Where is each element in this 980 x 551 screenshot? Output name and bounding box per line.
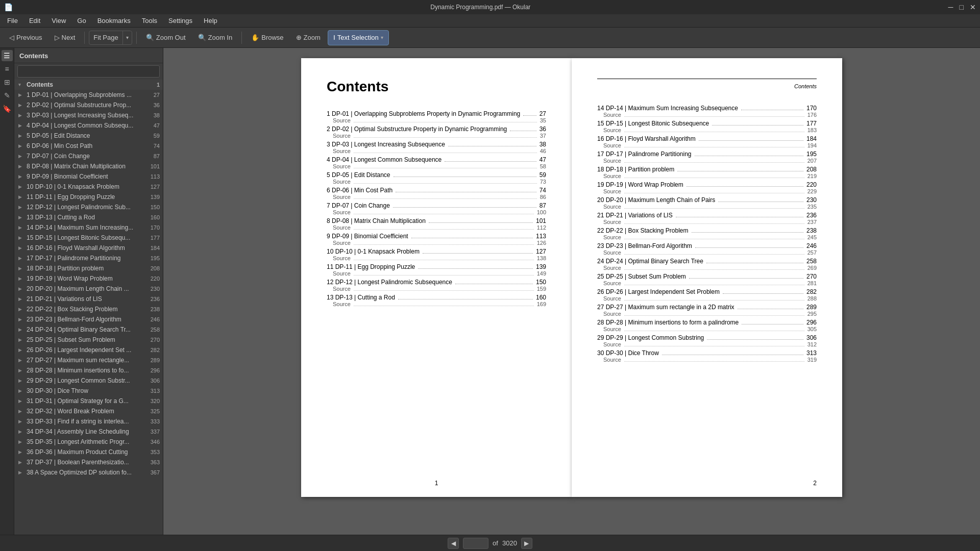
tree-item-6[interactable]: ▶ 6 DP-06 | Min Cost Path 74 [14, 141, 163, 151]
tree-item-19[interactable]: ▶ 19 DP-19 | Word Wrap Problem 220 [14, 273, 163, 284]
toc-entry: 1 DP-01 | Overlapping Subproblems Proper… [327, 110, 546, 123]
close-icon[interactable]: ✕ [970, 3, 976, 11]
tree-item-5[interactable]: ▶ 5 DP-05 | Edit Distance 59 [14, 131, 163, 141]
tree-item-16[interactable]: ▶ 16 DP-16 | Floyd Warshall Algorithm 18… [14, 243, 163, 253]
browse-button[interactable]: ✋ Browse [246, 30, 288, 45]
toc-entry: 8 DP-08 | Matrix Chain Multiplication 10… [327, 217, 546, 231]
text-selection-button[interactable]: Ⅰ Text Selection ▾ [328, 30, 389, 45]
tree-item-10[interactable]: ▶ 10 DP-10 | 0-1 Knapsack Problem 127 [14, 182, 163, 192]
tree-item-8[interactable]: ▶ 8 DP-08 | Matrix Chain Multiplication … [14, 161, 163, 171]
tree-item-37[interactable]: ▶ 37 DP-37 | Boolean Parenthesizatio... … [14, 457, 163, 467]
tree-item-30[interactable]: ▶ 30 DP-30 | Dice Throw 313 [14, 386, 163, 396]
prev-button[interactable]: ◁ Previous [4, 30, 47, 45]
zoom-in-button[interactable]: 🔍 Zoom In [193, 30, 238, 45]
tree-item-28[interactable]: ▶ 28 DP-28 | Minimum insertions to fo...… [14, 365, 163, 375]
expand-arrow-icon: ▶ [18, 429, 24, 434]
tree-item-38[interactable]: ▶ 38 A Space Optimized DP solution fo...… [14, 467, 163, 478]
expand-arrow-icon: ▶ [18, 113, 24, 118]
toc-entry: 19 DP-19 | Word Wrap Problem 220 Source … [597, 181, 817, 194]
tree-item-32[interactable]: ▶ 32 DP-32 | Word Break Problem 325 [14, 406, 163, 416]
tree-item-35[interactable]: ▶ 35 DP-35 | Longest Arithmetic Progr...… [14, 437, 163, 447]
page1-title: Contents [327, 79, 546, 95]
expand-arrow-icon: ▶ [18, 205, 24, 210]
titlebar: 📄 Dynamic Programming.pdf — Okular ─ □ ✕ [0, 0, 980, 14]
tree-item-9[interactable]: ▶ 9 DP-09 | Binomial Coefficient 113 [14, 171, 163, 182]
menu-edit[interactable]: Edit [24, 16, 45, 26]
tree-item-23[interactable]: ▶ 23 DP-23 | Bellman-Ford Algorithm 246 [14, 314, 163, 324]
expand-arrow-icon: ▶ [18, 194, 24, 199]
zoom-out-button[interactable]: 🔍 Zoom Out [141, 30, 191, 45]
tree-item-11[interactable]: ▶ 11 DP-11 | Egg Dropping Puzzle 139 [14, 192, 163, 202]
tree-item-36[interactable]: ▶ 36 DP-36 | Maximum Product Cutting 353 [14, 447, 163, 457]
sidebar-icon-list[interactable]: ≡ [2, 63, 13, 74]
toc-entry: 26 DP-26 | Largest Independent Set Probl… [597, 288, 817, 302]
sidebar-icon-thumbnail[interactable]: ⊞ [2, 77, 13, 88]
expand-arrow-icon: ▶ [18, 286, 24, 291]
tree-item-17[interactable]: ▶ 17 DP-17 | Palindrome Partitioning 195 [14, 253, 163, 263]
menu-view[interactable]: View [46, 16, 71, 26]
tree-item-26[interactable]: ▶ 26 DP-26 | Largest Independent Set ...… [14, 345, 163, 355]
menu-file[interactable]: File [2, 16, 23, 26]
tree-item-15[interactable]: ▶ 15 DP-15 | Longest Bitonic Subsequ... … [14, 233, 163, 243]
expand-arrow-icon: ▶ [18, 133, 24, 138]
next-button[interactable]: ▷ Next [50, 30, 81, 45]
tree-item-7[interactable]: ▶ 7 DP-07 | Coin Change 87 [14, 151, 163, 161]
maximize-icon[interactable]: □ [960, 3, 964, 11]
prev-page-button[interactable]: ◀ [448, 538, 459, 549]
next-page-button[interactable]: ▶ [521, 538, 532, 549]
tree-item-14[interactable]: ▶ 14 DP-14 | Maximum Sum Increasing... 1… [14, 222, 163, 233]
tree-item-contents[interactable]: ▾ Contents 1 [14, 80, 163, 90]
tree-item-21[interactable]: ▶ 21 DP-21 | Variations of LIS 236 [14, 294, 163, 304]
menu-bookmarks[interactable]: Bookmarks [92, 16, 136, 26]
zoom-button[interactable]: ⊕ Zoom [291, 30, 326, 45]
toc-entry: 4 DP-04 | Longest Common Subsequence 47 … [327, 156, 546, 169]
sidebar-icon-review[interactable]: ✎ [2, 90, 13, 101]
toc-page1: 1 DP-01 | Overlapping Subproblems Proper… [327, 110, 546, 307]
tree-item-1[interactable]: ▶ 1 DP-01 | Overlapping Subproblems ... … [14, 90, 163, 100]
tree-item-27[interactable]: ▶ 27 DP-27 | Maximum sum rectangle... 28… [14, 355, 163, 365]
expand-arrow-icon: ▶ [18, 174, 24, 179]
tree-item-29[interactable]: ▶ 29 DP-29 | Longest Common Substr... 30… [14, 375, 163, 386]
tree-item-34[interactable]: ▶ 34 DP-34 | Assembly Line Scheduling 33… [14, 427, 163, 437]
page-number-input[interactable]: 1 [463, 538, 488, 549]
toolbar-sep-2 [136, 32, 137, 44]
sidebar-icon-bookmark[interactable]: 🔖 [2, 103, 13, 114]
tree-item-13[interactable]: ▶ 13 DP-13 | Cutting a Rod 160 [14, 212, 163, 222]
menu-settings[interactable]: Settings [163, 16, 198, 26]
tree-item-3[interactable]: ▶ 3 DP-03 | Longest Increasing Subseq...… [14, 110, 163, 120]
tree-item-25[interactable]: ▶ 25 DP-25 | Subset Sum Problem 270 [14, 335, 163, 345]
pdf-viewer[interactable]: Contents 1 DP-01 | Overlapping Subproble… [163, 48, 980, 535]
tree-item-4[interactable]: ▶ 4 DP-04 | Longest Common Subsequ... 47 [14, 120, 163, 131]
page2-number: 2 [597, 480, 817, 487]
sidebar-panel: Contents ▾ Contents 1 ▶ 1 DP-01 | Overla… [14, 48, 163, 535]
text-selection-dropdown-icon[interactable]: ▾ [381, 35, 383, 40]
expand-arrow-icon: ▶ [18, 419, 24, 424]
titlebar-controls: ─ □ ✕ [948, 3, 976, 11]
expand-arrow-icon: ▶ [18, 184, 24, 189]
menu-tools[interactable]: Tools [137, 16, 162, 26]
tree-item-20[interactable]: ▶ 20 DP-20 | Maximum Length Chain ... 23… [14, 284, 163, 294]
tree-item-24[interactable]: ▶ 24 DP-24 | Optimal Binary Search Tr...… [14, 324, 163, 335]
tree-item-18[interactable]: ▶ 18 DP-18 | Partition problem 208 [14, 263, 163, 273]
expand-arrow-icon: ▶ [18, 215, 24, 220]
tree-item-31[interactable]: ▶ 31 DP-31 | Optimal Strategy for a G...… [14, 396, 163, 406]
tree-item-12[interactable]: ▶ 12 DP-12 | Longest Palindromic Sub... … [14, 202, 163, 212]
minimize-icon[interactable]: ─ [948, 3, 953, 11]
expand-arrow-icon: ▶ [18, 225, 24, 230]
sidebar-icon-contents[interactable]: ☰ [2, 50, 13, 61]
prev-arrow-icon: ◁ [9, 34, 14, 41]
toc-entry: 25 DP-25 | Subset Sum Problem 270 Source… [597, 273, 817, 286]
toc-entry: 27 DP-27 | Maximum sum rectangle in a 2D… [597, 304, 817, 317]
tree-item-33[interactable]: ▶ 33 DP-33 | Find if a string is interle… [14, 416, 163, 427]
tree-item-2[interactable]: ▶ 2 DP-02 | Optimal Substructure Prop...… [14, 100, 163, 110]
expand-arrow-icon: ▶ [18, 449, 24, 455]
menu-help[interactable]: Help [199, 16, 223, 26]
menu-go[interactable]: Go [72, 16, 91, 26]
fit-page-dropdown-icon[interactable]: ▾ [122, 31, 132, 44]
toolbar: ◁ Previous ▷ Next Fit Page ▾ 🔍 Zoom Out … [0, 28, 980, 48]
toc-entry: 16 DP-16 | Floyd Warshall Algorithm 184 … [597, 135, 817, 148]
tree-item-22[interactable]: ▶ 22 DP-22 | Box Stacking Problem 238 [14, 304, 163, 314]
sidebar-search-input[interactable] [17, 65, 160, 78]
fit-page-button[interactable]: Fit Page ▾ [89, 31, 132, 45]
expand-arrow-icon: ▾ [18, 82, 24, 87]
